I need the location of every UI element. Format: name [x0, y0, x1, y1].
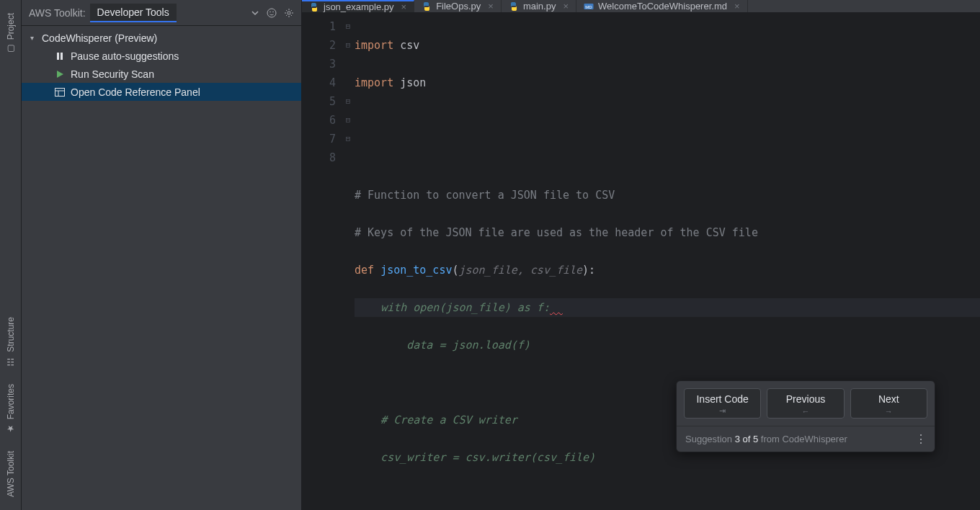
- rail-aws-toolkit[interactable]: AWS Toolkit: [6, 444, 16, 504]
- sidebar-active-tab[interactable]: Developer Tools: [90, 4, 177, 22]
- left-tool-rail: ▢ Project ☷ Structure ★ Favorites AWS To…: [0, 0, 22, 510]
- svg-point-0: [267, 9, 276, 17]
- tab-welcome-md[interactable]: MD WelcomeToCodeWhisperer.md ×: [576, 0, 748, 12]
- svg-rect-4: [57, 53, 59, 60]
- rail-label: Project: [6, 13, 16, 40]
- fold-gutter: ⊟ ⊟ ⊟ ⊟ ⊟: [342, 13, 355, 510]
- tree-item-pause[interactable]: Pause auto-suggestions: [22, 47, 301, 65]
- rail-structure[interactable]: ☷ Structure: [6, 310, 16, 374]
- editor-tabs: json_example.py × FileOps.py × main.py ×…: [302, 0, 980, 13]
- codewhisperer-suggestion-popup: Insert Code ⇥ Previous ← Next → Suggesti…: [676, 380, 935, 452]
- close-icon[interactable]: ×: [401, 1, 407, 12]
- button-label: Insert Code: [696, 393, 748, 405]
- tab-label: FileOps.py: [436, 1, 481, 12]
- tree-item-code-reference[interactable]: Open Code Reference Panel: [22, 83, 301, 101]
- tree-root-codewhisperer[interactable]: ▾ CodeWhisperer (Preview): [22, 29, 301, 47]
- suggestion-footer: Suggestion 3 of 5 from CodeWhisperer ⋮: [677, 426, 935, 452]
- tab-label: json_example.py: [324, 1, 394, 12]
- svg-point-1: [270, 11, 271, 12]
- caret-down-icon: ▾: [30, 34, 37, 42]
- svg-rect-6: [55, 88, 65, 96]
- rail-label: AWS Toolkit: [6, 451, 16, 497]
- sidebar-title-prefix: AWS Toolkit:: [29, 7, 86, 19]
- line-gutter: 1 2 3 4 5 6 7 8: [302, 13, 342, 510]
- insert-code-button[interactable]: Insert Code ⇥: [684, 388, 761, 419]
- tab-label: WelcomeToCodeWhisperer.md: [598, 1, 727, 12]
- pause-icon: [53, 52, 66, 61]
- footer-text: from CodeWhisperer: [758, 434, 847, 444]
- rail-favorites[interactable]: ★ Favorites: [6, 377, 16, 441]
- tab-arrow-icon: ⇥: [685, 406, 760, 416]
- tab-json-example[interactable]: json_example.py ×: [302, 0, 414, 12]
- structure-icon: ☷: [6, 357, 16, 367]
- tab-main[interactable]: main.py ×: [502, 0, 576, 12]
- markdown-icon: MD: [584, 1, 594, 12]
- previous-button[interactable]: Previous ←: [767, 388, 844, 419]
- tree-item-security-scan[interactable]: Run Security Scan: [22, 65, 301, 83]
- button-label: Next: [878, 393, 899, 405]
- next-button[interactable]: Next →: [850, 388, 927, 419]
- folder-icon: ▢: [6, 44, 16, 54]
- panel-icon: [53, 88, 66, 97]
- close-icon[interactable]: ×: [563, 1, 569, 12]
- more-options-icon[interactable]: ⋮: [915, 432, 926, 446]
- aws-toolkit-sidebar: AWS Toolkit: Developer Tools ▾ CodeWhisp…: [22, 0, 302, 510]
- close-icon[interactable]: ×: [488, 1, 494, 12]
- play-icon: [53, 70, 66, 79]
- suggestion-count: 3 of 5: [735, 434, 759, 444]
- button-label: Previous: [786, 393, 825, 405]
- star-icon: ★: [6, 424, 16, 434]
- svg-rect-5: [61, 53, 63, 60]
- sidebar-header: AWS Toolkit: Developer Tools: [22, 0, 301, 26]
- svg-point-2: [272, 11, 274, 12]
- tree-root-label: CodeWhisperer (Preview): [42, 32, 157, 44]
- arrow-right-icon: →: [851, 407, 927, 416]
- tree-item-label: Open Code Reference Panel: [71, 86, 200, 98]
- error-squiggle: [550, 301, 563, 314]
- tab-fileops[interactable]: FileOps.py ×: [414, 0, 502, 12]
- svg-text:MD: MD: [585, 4, 592, 9]
- footer-text: Suggestion: [685, 434, 735, 444]
- svg-point-3: [288, 12, 290, 14]
- python-icon: [309, 2, 319, 12]
- rail-label: Structure: [6, 317, 16, 352]
- rail-label: Favorites: [6, 384, 16, 419]
- tree-item-label: Run Security Scan: [71, 68, 154, 80]
- rail-project[interactable]: ▢ Project: [6, 6, 16, 61]
- main-area: json_example.py × FileOps.py × main.py ×…: [302, 0, 980, 510]
- smile-icon[interactable]: [267, 8, 277, 18]
- sidebar-tree: ▾ CodeWhisperer (Preview) Pause auto-sug…: [22, 26, 301, 104]
- arrow-left-icon: ←: [767, 407, 843, 416]
- tab-label: main.py: [523, 1, 556, 12]
- tree-item-label: Pause auto-suggestions: [71, 50, 179, 62]
- close-icon[interactable]: ×: [734, 1, 740, 12]
- code-editor[interactable]: 1 2 3 4 5 6 7 8 ⊟ ⊟ ⊟ ⊟ ⊟ import csv imp…: [302, 13, 980, 510]
- python-icon: [422, 1, 432, 12]
- gear-icon[interactable]: [284, 8, 294, 18]
- python-icon: [509, 1, 519, 12]
- chevron-down-icon[interactable]: [251, 9, 259, 17]
